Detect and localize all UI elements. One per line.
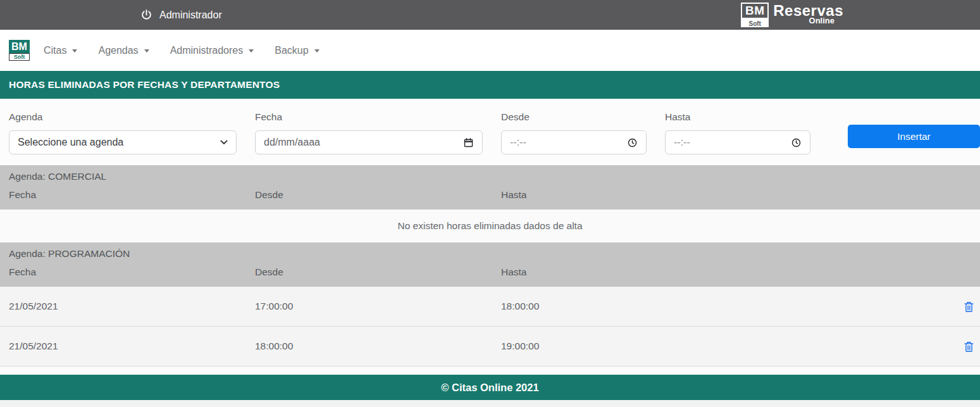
section-title: Agenda: COMERCIAL <box>9 165 980 182</box>
table-row: 21/05/2021 17:00:00 18:00:00 <box>0 287 980 327</box>
row-cell-desde: 17:00:00 <box>255 301 501 312</box>
delete-button[interactable] <box>964 341 974 353</box>
empty-message: No existen horas eliminadas dados de alt… <box>0 210 980 242</box>
desde-input[interactable]: --:-- <box>501 130 647 154</box>
nav-item-label: Agendas <box>98 45 138 56</box>
desde-label: Desde <box>501 111 665 123</box>
trash-icon <box>964 341 974 353</box>
hasta-field: Hasta --:-- <box>665 99 829 165</box>
trash-icon <box>964 301 974 313</box>
nav-item-label: Backup <box>275 45 308 56</box>
page-title: HORAS ELIMINADAS POR FECHAS Y DEPARTAMEN… <box>9 79 280 91</box>
nav-item-citas[interactable]: Citas <box>44 45 77 56</box>
table-row: 21/05/2021 18:00:00 19:00:00 <box>0 327 980 366</box>
chevron-down-icon <box>220 140 228 145</box>
main-navbar: BM Soft Citas Agendas Administradores Ba… <box>0 30 980 71</box>
row-actions <box>957 301 974 313</box>
hasta-placeholder: --:-- <box>674 137 690 148</box>
soft-logo-text: Soft <box>9 53 30 61</box>
bottom-strip <box>0 400 980 407</box>
fecha-input[interactable]: dd/mm/aaaa <box>255 130 483 154</box>
bm-logo-text: BM <box>741 3 769 19</box>
clock-icon[interactable] <box>791 137 802 148</box>
nav-item-label: Administradores <box>170 45 244 56</box>
row-cell-hasta: 19:00:00 <box>501 341 957 352</box>
fecha-label: Fecha <box>255 111 501 123</box>
caret-down-icon <box>249 49 254 53</box>
bm-logo-text: BM <box>9 40 30 53</box>
row-cell-fecha: 21/05/2021 <box>9 301 255 312</box>
column-headers: Fecha Desde Hasta <box>9 189 980 201</box>
fecha-field: Fecha dd/mm/aaaa <box>255 99 501 165</box>
calendar-icon[interactable] <box>463 137 474 148</box>
section-title: Agenda: PROGRAMACIÓN <box>9 242 980 260</box>
logout-link[interactable]: Administrador <box>140 9 222 21</box>
column-header-desde: Desde <box>255 189 501 201</box>
topbar-user-label: Administrador <box>159 9 222 21</box>
agenda-label: Agenda <box>9 111 255 123</box>
brand-logo: BM Soft Reservas Online <box>741 3 843 27</box>
agenda-select-value: Seleccione una agenda <box>18 137 123 148</box>
page-header: HORAS ELIMINADAS POR FECHAS Y DEPARTAMEN… <box>0 71 980 99</box>
insertar-button[interactable]: Insertar <box>848 125 980 148</box>
navbar-home-logo[interactable]: BM Soft <box>9 40 30 61</box>
row-cell-desde: 18:00:00 <box>255 341 501 352</box>
power-icon <box>140 9 152 21</box>
hasta-input[interactable]: --:-- <box>665 130 810 154</box>
caret-down-icon <box>314 49 319 53</box>
column-header-desde: Desde <box>255 266 501 278</box>
desde-placeholder: --:-- <box>510 137 526 148</box>
hasta-label: Hasta <box>665 111 829 123</box>
row-cell-fecha: 21/05/2021 <box>9 341 255 352</box>
nav-item-agendas[interactable]: Agendas <box>98 45 149 56</box>
column-header-fecha: Fecha <box>9 266 255 278</box>
nav-item-administradores[interactable]: Administradores <box>170 45 254 56</box>
fecha-placeholder: dd/mm/aaaa <box>264 137 320 148</box>
nav-item-backup[interactable]: Backup <box>275 45 319 56</box>
row-cell-hasta: 18:00:00 <box>501 301 957 312</box>
agenda-field: Agenda Seleccione una agenda <box>9 99 255 165</box>
section-header-comercial: Agenda: COMERCIAL Fecha Desde Hasta <box>0 165 980 210</box>
pre-footer-gap <box>0 366 980 375</box>
insert-form: Agenda Seleccione una agenda Fecha dd/mm… <box>0 99 980 165</box>
caret-down-icon <box>144 49 149 53</box>
column-header-hasta: Hasta <box>501 189 980 201</box>
topbar: Administrador BM Soft Reservas Online <box>0 0 980 30</box>
column-headers: Fecha Desde Hasta <box>9 266 980 278</box>
delete-button[interactable] <box>964 301 974 313</box>
section-header-programacion: Agenda: PROGRAMACIÓN Fecha Desde Hasta <box>0 242 980 287</box>
caret-down-icon <box>72 49 77 53</box>
column-header-hasta: Hasta <box>501 266 980 278</box>
footer-text: © Citas Online 2021 <box>441 382 538 394</box>
nav-item-label: Citas <box>44 45 66 56</box>
row-actions <box>957 341 974 353</box>
desde-field: Desde --:-- <box>501 99 665 165</box>
footer: © Citas Online 2021 <box>0 375 980 400</box>
brand-text: Reservas Online <box>773 3 843 25</box>
column-header-fecha: Fecha <box>9 189 255 201</box>
bm-soft-logo: BM Soft <box>741 3 769 27</box>
clock-icon[interactable] <box>627 137 638 148</box>
agenda-select[interactable]: Seleccione una agenda <box>9 130 237 154</box>
nav-menu: Citas Agendas Administradores Backup <box>44 45 340 56</box>
soft-logo-text: Soft <box>741 19 769 27</box>
